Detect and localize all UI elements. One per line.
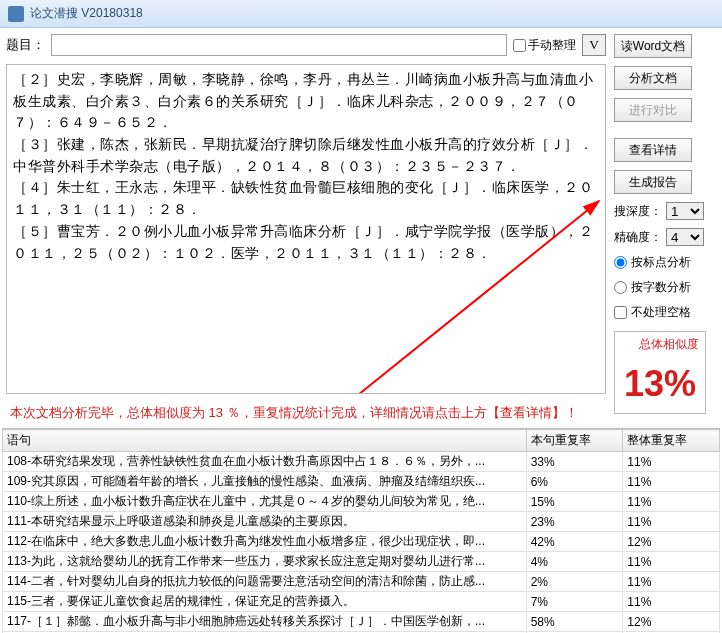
manual-sort-input[interactable] [513,39,526,52]
compare-button[interactable]: 进行对比 [614,98,692,122]
cell-local: 2% [526,572,623,592]
cell-overall: 12% [623,612,720,632]
window-title: 论文潜搜 V20180318 [30,5,143,22]
skip-space-label: 不处理空格 [631,304,691,321]
cell-overall: 11% [623,452,720,472]
col-phrase-header[interactable]: 语句 [3,430,527,452]
cell-phrase: 114-二者，针对婴幼儿自身的抵抗力较低的问题需要注意活动空间的清洁和除菌，防止… [3,572,527,592]
by-charcount-radio[interactable]: 按字数分析 [614,279,691,296]
titlebar: 论文潜搜 V20180318 [0,0,722,28]
view-detail-button[interactable]: 查看详情 [614,138,692,162]
table-row[interactable]: 109-究其原因，可能随着年龄的增长，儿童接触的慢性感染、血液病、肿瘤及结缔组织… [3,472,720,492]
by-charcount-input[interactable] [614,281,627,294]
cell-local: 42% [526,532,623,552]
cell-phrase: 109-究其原因，可能随着年龄的增长，儿童接触的慢性感染、血液病、肿瘤及结缔组织… [3,472,527,492]
v-button[interactable]: V [582,34,606,56]
manual-sort-label: 手动整理 [528,37,576,54]
result-table-wrap: 语句 本句重复率 整体重复率 108-本研究结果发现，营养性缺铁性贫血在血小板计… [2,428,720,633]
depth-label: 搜深度： [614,203,662,220]
table-row[interactable]: 117-［１］郝懿．血小板升高与非小细胞肺癌远处转移关系探讨［Ｊ］．中国医学创新… [3,612,720,632]
cell-local: 33% [526,452,623,472]
similarity-box: 总体相似度 13% [614,331,706,414]
title-input[interactable] [51,34,507,56]
svg-line-0 [353,201,599,394]
cell-overall: 12% [623,532,720,552]
analyze-button[interactable]: 分析文档 [614,66,692,90]
cell-phrase: 108-本研究结果发现，营养性缺铁性贫血在血小板计数升高原因中占１８．６％，另外… [3,452,527,472]
cell-phrase: 111-本研究结果显示上呼吸道感染和肺炎是儿童感染的主要原因。 [3,512,527,532]
precision-label: 精确度： [614,229,662,246]
cell-overall: 11% [623,592,720,612]
by-punct-input[interactable] [614,256,627,269]
result-table: 语句 本句重复率 整体重复率 108-本研究结果发现，营养性缺铁性贫血在血小板计… [2,429,720,633]
table-row[interactable]: 111-本研究结果显示上呼吸道感染和肺炎是儿童感染的主要原因。23%11% [3,512,720,532]
ref-line: ［３］张建，陈杰，张新民．早期抗凝治疗脾切除后继发性血小板升高的疗效分析［Ｊ］．… [13,134,599,177]
cell-local: 4% [526,552,623,572]
cell-local: 15% [526,492,623,512]
cell-local: 23% [526,512,623,532]
table-row[interactable]: 110-综上所述，血小板计数升高症状在儿童中，尤其是０～４岁的婴幼儿间较为常见，… [3,492,720,512]
depth-row: 搜深度： 1 [614,202,704,220]
similarity-value: 13% [619,363,701,405]
col-overall-header[interactable]: 整体重复率 [623,430,720,452]
read-word-button[interactable]: 读Word文档 [614,34,692,58]
table-row[interactable]: 108-本研究结果发现，营养性缺铁性贫血在血小板计数升高原因中占１８．６％，另外… [3,452,720,472]
table-row[interactable]: 113-为此，这就给婴幼儿的抚育工作带来一些压力，要求家长应注意定期对婴幼儿进行… [3,552,720,572]
table-row[interactable]: 114-二者，针对婴幼儿自身的抵抗力较低的问题需要注意活动空间的清洁和除菌，防止… [3,572,720,592]
precision-select[interactable]: 4 [666,228,704,246]
by-charcount-label: 按字数分析 [631,279,691,296]
cell-overall: 11% [623,492,720,512]
table-row[interactable]: 112-在临床中，绝大多数患儿血小板计数升高为继发性血小板增多症，很少出现症状，… [3,532,720,552]
cell-local: 7% [526,592,623,612]
cell-phrase: 110-综上所述，血小板计数升高症状在儿童中，尤其是０～４岁的婴幼儿间较为常见，… [3,492,527,512]
by-punct-radio[interactable]: 按标点分析 [614,254,691,271]
similarity-label: 总体相似度 [619,336,701,353]
cell-local: 6% [526,472,623,492]
reference-box: ［２］史宏，李晓辉，周敏，李晓静，徐鸣，李丹，冉丛兰．川崎病血小板升高与血清血小… [6,64,606,394]
cell-phrase: 117-［１］郝懿．血小板升高与非小细胞肺癌远处转移关系探讨［Ｊ］．中国医学创新… [3,612,527,632]
cell-overall: 11% [623,572,720,592]
cell-overall: 11% [623,552,720,572]
precision-row: 精确度： 4 [614,228,704,246]
cell-overall: 11% [623,512,720,532]
depth-select[interactable]: 1 [666,202,704,220]
skip-space-input[interactable] [614,306,627,319]
manual-sort-checkbox[interactable]: 手动整理 [513,37,576,54]
cell-phrase: 112-在临床中，绝大多数患儿血小板计数升高为继发性血小板增多症，很少出现症状，… [3,532,527,552]
status-line: 本次文档分析完毕，总体相似度为 13 ％，重复情况统计完成，详细情况请点击上方【… [0,396,612,428]
gen-report-button[interactable]: 生成报告 [614,170,692,194]
cell-phrase: 115-三者，要保证儿童饮食起居的规律性，保证充足的营养摄入。 [3,592,527,612]
skip-space-checkbox[interactable]: 不处理空格 [614,304,691,321]
annotation-arrow [347,195,606,394]
col-local-header[interactable]: 本句重复率 [526,430,623,452]
cell-phrase: 113-为此，这就给婴幼儿的抚育工作带来一些压力，要求家长应注意定期对婴幼儿进行… [3,552,527,572]
table-row[interactable]: 115-三者，要保证儿童饮食起居的规律性，保证充足的营养摄入。7%11% [3,592,720,612]
cell-overall: 11% [623,472,720,492]
app-icon [8,6,24,22]
title-label: 题目： [6,36,45,54]
by-punct-label: 按标点分析 [631,254,691,271]
ref-line: ［２］史宏，李晓辉，周敏，李晓静，徐鸣，李丹，冉丛兰．川崎病血小板升高与血清血小… [13,69,599,134]
cell-local: 58% [526,612,623,632]
